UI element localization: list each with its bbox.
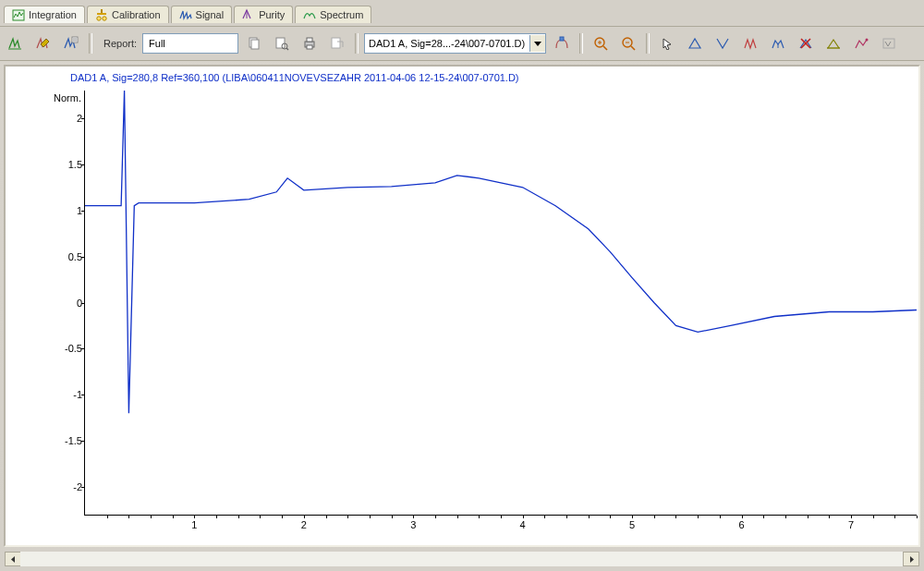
svg-rect-32 — [883, 39, 894, 48]
y-axis-label: Norm. — [54, 92, 81, 103]
tangent-skim-button[interactable] — [849, 31, 873, 55]
separator — [355, 33, 359, 54]
x-minor-tick — [260, 516, 261, 518]
merge-peak-button[interactable] — [766, 31, 790, 55]
x-tick-label: 4 — [520, 519, 526, 530]
y-tick-label: 0.5 — [68, 251, 82, 262]
zoom-out-button[interactable] — [616, 31, 640, 55]
report-field[interactable] — [142, 33, 238, 54]
y-tick-mark — [81, 348, 85, 349]
separator — [646, 33, 650, 54]
x-tick-label: 6 — [738, 519, 744, 530]
x-minor-tick — [501, 516, 502, 518]
zoom-in-button[interactable] — [589, 31, 613, 55]
svg-point-4 — [103, 16, 106, 19]
x-minor-tick — [763, 516, 764, 518]
y-tick-mark — [81, 257, 85, 258]
pointer-tool-button[interactable] — [655, 31, 679, 55]
svg-line-25 — [631, 46, 635, 50]
auto-integrate-button[interactable] — [4, 31, 28, 55]
print-report-button[interactable] — [298, 31, 322, 55]
y-tick-mark — [81, 211, 85, 212]
chart-title: DAD1 A, Sig=280,8 Ref=360,100 (LIBA\0604… — [70, 72, 519, 83]
x-minor-tick — [917, 516, 918, 518]
x-minor-tick — [894, 516, 895, 518]
svg-point-3 — [97, 16, 101, 19]
x-minor-tick — [435, 516, 436, 518]
x-minor-tick — [238, 516, 239, 518]
svg-rect-19 — [560, 37, 564, 41]
x-tick-label: 5 — [629, 519, 635, 530]
x-minor-tick — [282, 516, 283, 518]
x-minor-tick — [675, 516, 676, 518]
x-tick-label: 1 — [191, 519, 197, 530]
svg-rect-2 — [97, 13, 106, 15]
y-tick-mark — [81, 118, 85, 119]
copy-report-button[interactable] — [242, 31, 266, 55]
x-minor-tick — [698, 516, 699, 518]
purity-icon — [242, 8, 255, 21]
tab-label: Calibration — [112, 9, 161, 20]
svg-rect-16 — [307, 38, 312, 42]
x-minor-tick — [107, 516, 108, 518]
y-tick-label: -0.5 — [65, 343, 82, 354]
x-tick-label: 7 — [848, 519, 854, 530]
valley-tool-button[interactable] — [711, 31, 735, 55]
export-report-button[interactable] — [325, 31, 349, 55]
app-root: { "tabs": [ {"label": "Integration", "ac… — [0, 0, 924, 571]
svg-rect-18 — [332, 38, 340, 48]
scroll-left-button[interactable] — [5, 552, 21, 566]
x-minor-tick — [851, 516, 852, 518]
chromatogram-trace — [85, 91, 917, 515]
y-tick-mark — [81, 441, 85, 442]
trace-line — [85, 91, 917, 413]
delete-peak-button[interactable] — [794, 31, 818, 55]
chart-frame: DAD1 A, Sig=280,8 Ref=360,100 (LIBA\0604… — [4, 65, 920, 547]
x-minor-tick — [457, 516, 458, 518]
x-minor-tick — [654, 516, 655, 518]
x-minor-tick — [173, 516, 174, 518]
horizontal-scrollbar[interactable] — [4, 551, 920, 567]
y-tick-mark — [81, 487, 85, 488]
signal-select-field[interactable] — [365, 35, 529, 52]
signal-select-dropdown-button[interactable] — [529, 35, 545, 52]
preview-report-button[interactable] — [270, 31, 294, 55]
tab-calibration[interactable]: Calibration — [87, 6, 169, 23]
scrollbar-track[interactable] — [20, 552, 904, 566]
edit-integration-button[interactable] — [31, 31, 55, 55]
x-minor-tick — [544, 516, 545, 518]
tab-integration[interactable]: Integration — [4, 6, 85, 23]
split-peak-button[interactable] — [738, 31, 762, 55]
x-minor-tick — [347, 516, 348, 518]
tab-purity[interactable]: Purity — [234, 6, 293, 23]
peak-tool-button[interactable] — [683, 31, 707, 55]
svg-rect-17 — [307, 45, 312, 49]
y-tick-label: 1.5 — [68, 159, 82, 170]
x-minor-tick — [829, 516, 830, 518]
tab-spectrum[interactable]: Spectrum — [295, 6, 371, 23]
x-minor-tick — [392, 516, 393, 518]
y-tick-label: -1.5 — [65, 435, 82, 446]
y-tick-mark — [81, 395, 85, 395]
scroll-right-button[interactable] — [903, 552, 919, 566]
toolbar: Report: — [0, 27, 924, 61]
separator — [579, 33, 583, 54]
tab-signal[interactable]: Signal — [171, 6, 233, 23]
x-minor-tick — [304, 516, 305, 518]
signal-properties-button[interactable] — [550, 31, 574, 55]
x-minor-tick — [523, 516, 524, 518]
svg-point-31 — [866, 39, 869, 42]
negative-peak-button[interactable] — [877, 31, 901, 55]
spectrum-icon — [303, 8, 316, 21]
y-tick-mark — [81, 303, 85, 304]
signal-icon — [179, 8, 192, 21]
plot-area[interactable]: -2-1.5-1-0.500.511.521234567 — [84, 91, 917, 516]
x-tick-label: 3 — [410, 519, 416, 530]
signal-select[interactable] — [364, 33, 546, 54]
x-minor-tick — [873, 516, 874, 518]
integration-events-button[interactable] — [59, 31, 83, 55]
x-tick-label: 2 — [301, 519, 307, 530]
y-tick-mark — [81, 164, 85, 165]
x-minor-tick — [610, 516, 611, 518]
baseline-tool-button[interactable] — [821, 31, 845, 55]
